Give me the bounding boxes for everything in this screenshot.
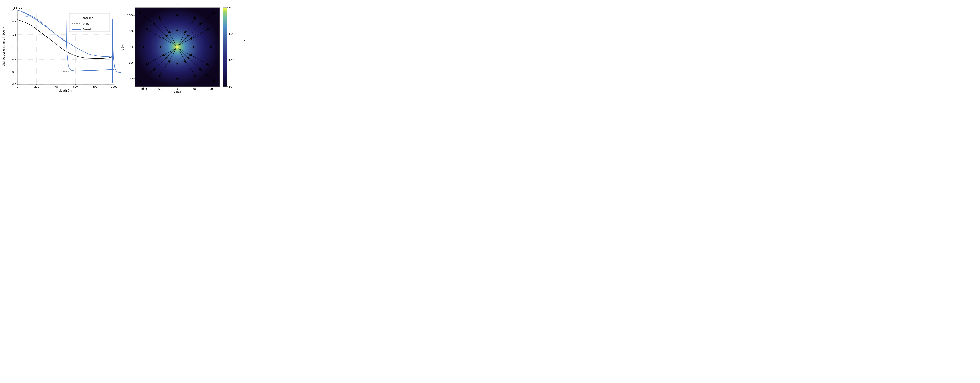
svg-text:1.5: 1.5 (13, 33, 16, 36)
svg-text:1000: 1000 (208, 87, 214, 90)
svg-text:1000: 1000 (127, 14, 134, 17)
x-axis: 0 200 400 600 800 1000 (17, 84, 118, 88)
svg-text:-1000: -1000 (126, 77, 134, 80)
svg-text:0: 0 (132, 46, 134, 49)
plot-b: (b) (121, 2, 245, 94)
colorbar (223, 8, 227, 87)
legend-short-label: short (83, 22, 89, 25)
x-axis-b-label: x (m) (173, 90, 181, 94)
svg-text:-500: -500 (128, 62, 134, 64)
plot-a: (a) 1e−13 (2, 2, 121, 94)
legend-baseline-label: baseline (83, 16, 93, 19)
svg-text:0.5: 0.5 (13, 58, 16, 61)
short-curve (18, 71, 114, 72)
main-container: (a) 1e−13 (0, 0, 245, 96)
svg-text:10⁻⁷: 10⁻⁷ (229, 85, 234, 88)
y-axis-b: 1000 500 0 -500 -1000 (126, 14, 135, 80)
colorbar-label: secondary electric field (V/m) (244, 28, 245, 65)
svg-text:10⁻⁶: 10⁻⁶ (229, 59, 234, 62)
svg-text:2.0: 2.0 (13, 21, 16, 24)
svg-text:500: 500 (129, 30, 134, 33)
x-axis-label: depth (m) (59, 89, 73, 92)
flawed-markers (27, 16, 63, 40)
svg-text:600: 600 (73, 85, 78, 88)
y-axis-label: charge per unit length (C/m) (2, 27, 5, 66)
svg-text:-500: -500 (158, 87, 163, 90)
y-axis-b-label: y (m) (121, 43, 124, 51)
legend-flawed-label: flawed (83, 28, 91, 31)
svg-text:200: 200 (34, 85, 39, 88)
svg-text:10⁻⁵: 10⁻⁵ (229, 33, 234, 35)
svg-text:0: 0 (17, 85, 18, 88)
svg-text:500: 500 (192, 87, 197, 90)
svg-text:0: 0 (177, 87, 178, 90)
colorbar-ticks: 10⁻⁴ 10⁻⁵ 10⁻⁶ 10⁻⁷ (227, 6, 234, 88)
plot-a-title: (a) (59, 3, 64, 6)
svg-text:-1000: -1000 (140, 87, 147, 90)
svg-text:0.0: 0.0 (13, 71, 16, 74)
svg-text:400: 400 (54, 85, 59, 88)
svg-text:1.0: 1.0 (13, 46, 16, 49)
svg-rect-14 (27, 16, 27, 17)
y-axis: 2.5 2.0 1.5 1.0 0.5 0.0 -0.5 (11, 8, 18, 86)
svg-text:10⁻⁴: 10⁻⁴ (229, 6, 234, 9)
x-axis-b: -1000 -500 0 500 1000 (140, 87, 214, 90)
plot-b-title: (b) (177, 3, 181, 6)
svg-text:-0.5: -0.5 (11, 83, 16, 86)
svg-text:800: 800 (92, 85, 97, 88)
svg-text:2.5: 2.5 (13, 8, 16, 11)
svg-text:1000: 1000 (111, 85, 118, 88)
